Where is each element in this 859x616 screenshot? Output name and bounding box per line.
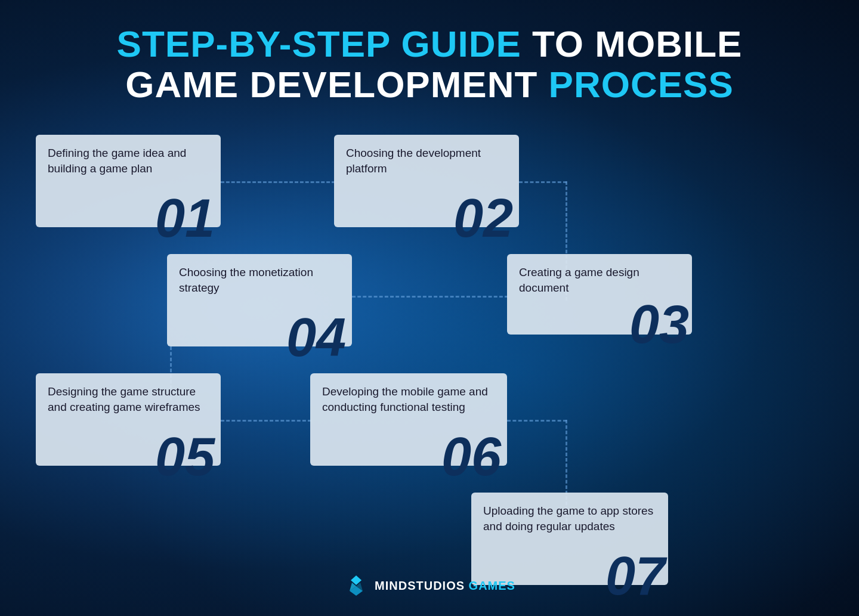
logo-studios: STUDIOS	[407, 579, 465, 592]
step-03-text: Creating a game design document	[519, 266, 639, 294]
connector-05-06	[221, 420, 311, 422]
title-line2: GAME DEVELOPMENT PROCESS	[0, 64, 859, 105]
logo-games: GAMES	[469, 579, 515, 592]
step-07-number: 07	[605, 549, 665, 603]
step-05-number: 05	[155, 430, 215, 484]
connector-02-03-h	[519, 181, 567, 183]
logo-icon	[344, 573, 369, 598]
step-01-text: Defining the game idea and building a ga…	[48, 147, 186, 175]
connector-03-04	[352, 296, 508, 298]
step-04-text: Choosing the monetization strategy	[179, 266, 313, 294]
step-card-02: Choosing the development platform 02	[334, 135, 519, 227]
title-section: STEP-BY-STEP GUIDE TO MOBILE GAME DEVELO…	[0, 0, 859, 111]
step-card-07: Uploading the game to app stores and doi…	[471, 493, 668, 585]
logo-mind: MIND	[375, 579, 407, 592]
step-01-number: 01	[155, 191, 215, 245]
title-normal-1: TO MOBILE	[521, 23, 743, 64]
step-card-06: Developing the mobile game and conductin…	[310, 373, 507, 466]
step-card-03: Creating a game design document 03	[507, 254, 692, 335]
logo-text: MINDSTUDIOS GAMES	[375, 579, 515, 593]
step-02-text: Choosing the development platform	[346, 147, 481, 175]
steps-area: Defining the game idea and building a ga…	[0, 117, 859, 606]
step-05-text: Designing the game structure and creatin…	[48, 385, 200, 413]
title-highlight-2: PROCESS	[549, 64, 734, 105]
connector-01-02	[221, 181, 335, 183]
title-normal-2: GAME DEVELOPMENT	[125, 64, 548, 105]
step-04-number: 04	[286, 311, 346, 364]
page-container: STEP-BY-STEP GUIDE TO MOBILE GAME DEVELO…	[0, 0, 859, 616]
connector-06-07-h	[507, 420, 567, 422]
step-06-text: Developing the mobile game and conductin…	[322, 385, 488, 413]
logo-section: MINDSTUDIOS GAMES	[344, 573, 515, 598]
step-03-number: 03	[629, 298, 689, 351]
step-card-04: Choosing the monetization strategy 04	[167, 254, 352, 346]
step-06-number: 06	[441, 430, 501, 484]
step-02-number: 02	[453, 191, 513, 245]
step-card-01: Defining the game idea and building a ga…	[36, 135, 221, 227]
step-card-05: Designing the game structure and creatin…	[36, 373, 221, 466]
title-line1: STEP-BY-STEP GUIDE TO MOBILE	[0, 24, 859, 64]
step-07-text: Uploading the game to app stores and doi…	[483, 504, 653, 533]
title-highlight-1: STEP-BY-STEP GUIDE	[117, 23, 521, 64]
